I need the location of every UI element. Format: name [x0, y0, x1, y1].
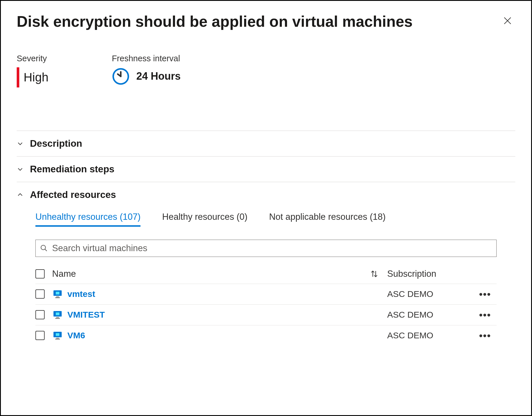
page-title: Disk encryption should be applied on vir… [17, 12, 413, 31]
select-all-checkbox[interactable] [35, 269, 45, 278]
severity-indicator [17, 67, 19, 87]
severity-block: Severity High [17, 54, 48, 87]
svg-rect-16 [55, 318, 60, 319]
subscription-text: ASC DEMO [387, 310, 433, 319]
subscription-text: ASC DEMO [387, 289, 433, 299]
svg-rect-19 [56, 338, 59, 339]
svg-rect-20 [55, 339, 60, 339]
search-box[interactable] [35, 240, 497, 257]
row-menu-button[interactable]: ••• [479, 289, 491, 300]
section-affected-title: Affected resources [30, 189, 116, 200]
severity-value: High [17, 67, 48, 87]
row-checkbox[interactable] [35, 310, 45, 319]
vm-name-link[interactable]: vmtest [67, 289, 95, 299]
close-icon [503, 16, 512, 26]
row-checkbox[interactable] [35, 331, 45, 340]
chevron-down-icon [17, 166, 24, 173]
tab-not-applicable[interactable]: Not applicable resources (18) [269, 212, 386, 227]
freshness-text: 24 Hours [136, 70, 180, 82]
section-description-toggle[interactable]: Description [17, 138, 515, 149]
row-menu-button[interactable]: ••• [479, 330, 491, 341]
section-description-title: Description [30, 138, 82, 149]
freshness-block: Freshness interval 24 Hours [112, 54, 180, 87]
svg-rect-18 [56, 333, 60, 336]
vm-icon [52, 289, 63, 299]
row-checkbox[interactable] [35, 289, 45, 299]
severity-label: Severity [17, 54, 48, 63]
chevron-down-icon [17, 140, 24, 147]
resource-tabs: Unhealthy resources (107) Healthy resour… [35, 212, 497, 227]
table-header: Name Subscription [35, 264, 497, 284]
section-remediation-toggle[interactable]: Remediation steps [17, 164, 515, 175]
table-row: vmtest ASC DEMO ••• [35, 284, 497, 305]
vm-icon [52, 330, 63, 341]
close-button[interactable] [500, 15, 515, 28]
panel-header: Disk encryption should be applied on vir… [17, 12, 515, 31]
column-name[interactable]: Name [52, 269, 76, 279]
tab-healthy[interactable]: Healthy resources (0) [162, 212, 247, 227]
table-row: VM6 ASC DEMO ••• [35, 325, 497, 346]
sort-icon[interactable] [370, 270, 379, 278]
tab-unhealthy[interactable]: Unhealthy resources (107) [35, 212, 140, 227]
vm-name-link[interactable]: VM6 [67, 331, 85, 340]
svg-rect-11 [56, 296, 59, 297]
section-affected-toggle[interactable]: Affected resources [17, 189, 515, 200]
row-menu-button[interactable]: ••• [479, 309, 491, 320]
table-row: VMITEST ASC DEMO ••• [35, 305, 497, 325]
freshness-label: Freshness interval [112, 54, 180, 63]
vm-icon [52, 309, 63, 320]
section-remediation-title: Remediation steps [30, 164, 114, 175]
chevron-up-icon [17, 191, 24, 198]
svg-rect-12 [55, 297, 60, 298]
section-affected: Affected resources Unhealthy resources (… [17, 182, 515, 353]
column-subscription[interactable]: Subscription [387, 269, 436, 279]
section-description: Description [17, 131, 515, 156]
affected-body: Unhealthy resources (107) Healthy resour… [17, 200, 515, 346]
svg-line-6 [45, 249, 47, 251]
svg-rect-14 [56, 312, 60, 315]
section-remediation: Remediation steps [17, 156, 515, 182]
clock-icon [112, 67, 130, 85]
svg-point-5 [41, 245, 45, 250]
search-icon [40, 244, 48, 252]
search-input[interactable] [52, 243, 492, 253]
svg-rect-15 [56, 317, 59, 318]
svg-rect-10 [56, 292, 60, 295]
vm-name-link[interactable]: VMITEST [67, 310, 105, 320]
subscription-text: ASC DEMO [387, 331, 433, 340]
info-row: Severity High Freshness interval 24 Hour… [17, 54, 515, 87]
severity-text: High [24, 70, 48, 84]
freshness-value: 24 Hours [112, 67, 180, 85]
